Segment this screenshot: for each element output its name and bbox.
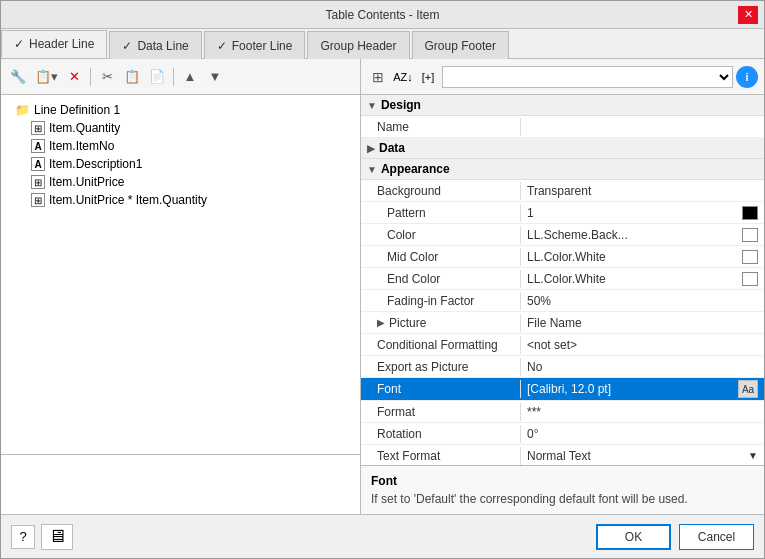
prop-endcolor-label: End Color: [361, 270, 521, 288]
tab-label-footer-line: Footer Line: [232, 39, 293, 53]
tree-item-formula-label: Item.UnitPrice * Item.Quantity: [49, 193, 207, 207]
prop-exportpic-row: Export as Picture No: [361, 356, 764, 378]
tab-header-line[interactable]: ✓ Header Line: [1, 30, 107, 58]
prop-font-row[interactable]: Font [Calibri, 12.0 pt] Aa: [361, 378, 764, 401]
font-aa-button[interactable]: Aa: [738, 380, 758, 398]
prop-rotation-row: Rotation 0°: [361, 423, 764, 445]
tree-item-unitprice[interactable]: ⊞ Item.UnitPrice: [7, 173, 354, 191]
info-button[interactable]: i: [736, 66, 758, 88]
main-window: Table Contents - Item ✕ ✓ Header Line ✓ …: [0, 0, 765, 559]
sort-az-button[interactable]: AZ↓: [392, 66, 414, 88]
close-button[interactable]: ✕: [738, 6, 758, 24]
props-dropdown[interactable]: [442, 66, 733, 88]
text-icon-1: A: [31, 139, 45, 153]
prop-font-label: Font: [361, 380, 521, 398]
tab-label-data-line: Data Line: [137, 39, 188, 53]
prop-picture-label: ▶Picture: [361, 314, 521, 332]
prop-color-value: LL.Scheme.Back...: [521, 226, 764, 244]
tabs-bar: ✓ Header Line ✓ Data Line ✓ Footer Line …: [1, 29, 764, 59]
section-data-label: Data: [379, 141, 405, 155]
section-data[interactable]: ▶ Data: [361, 138, 764, 159]
help-button[interactable]: ?: [11, 525, 35, 549]
left-toolbar: 🔧 📋▾ ✕ ✂ 📋 📄 ▲ ▼: [1, 59, 360, 95]
cancel-button[interactable]: Cancel: [679, 524, 754, 550]
wrench-button[interactable]: 🔧: [7, 66, 29, 88]
sort-categorized-button[interactable]: [+]: [417, 66, 439, 88]
prop-fading-label: Fading-in Factor: [361, 292, 521, 310]
prop-endcolor-row: End Color LL.Color.White: [361, 268, 764, 290]
tab-group-header[interactable]: Group Header: [307, 31, 409, 59]
section-design-label: Design: [381, 98, 421, 112]
monitor-icon: 🖥: [41, 524, 73, 550]
move-up-button[interactable]: ▲: [179, 66, 201, 88]
tree-root[interactable]: 📁 Line Definition 1: [7, 101, 354, 119]
prop-midcolor-value: LL.Color.White: [521, 248, 764, 266]
move-down-button[interactable]: ▼: [204, 66, 226, 88]
prop-exportpic-value: No: [521, 358, 764, 376]
tree-item-quantity[interactable]: ⊞ Item.Quantity: [7, 119, 354, 137]
tree-item-unitprice-label: Item.UnitPrice: [49, 175, 124, 189]
grid-view-button[interactable]: ⊞: [367, 66, 389, 88]
folder-icon: 📁: [15, 103, 30, 117]
tab-check-footer-line: ✓: [217, 39, 227, 53]
pattern-color-box: [742, 206, 758, 220]
title-bar: Table Contents - Item ✕: [1, 1, 764, 29]
tree-item-formula[interactable]: ⊞ Item.UnitPrice * Item.Quantity: [7, 191, 354, 209]
props-area: ▼ Design Name ▶ Data ▼ Appearance: [361, 95, 764, 465]
section-appearance-label: Appearance: [381, 162, 450, 176]
picture-expand-arrow[interactable]: ▶: [377, 317, 385, 328]
prop-format-value: ***: [521, 403, 764, 421]
window-title: Table Contents - Item: [27, 8, 738, 22]
font-info-title: Font: [371, 474, 754, 488]
main-content: 🔧 📋▾ ✕ ✂ 📋 📄 ▲ ▼ 📁 Line Definition 1: [1, 59, 764, 514]
left-panel: 🔧 📋▾ ✕ ✂ 📋 📄 ▲ ▼ 📁 Line Definition 1: [1, 59, 361, 514]
table-icon-2: ⊞: [31, 175, 45, 189]
prop-background-value: Transparent: [521, 182, 764, 200]
textformat-dropdown-arrow: ▼: [748, 450, 758, 461]
tab-footer-line[interactable]: ✓ Footer Line: [204, 31, 306, 59]
font-info-panel: Font If set to 'Default' the correspondi…: [361, 465, 764, 514]
tree-item-itemno[interactable]: A Item.ItemNo: [7, 137, 354, 155]
bottom-right: OK Cancel: [596, 524, 754, 550]
tab-label-group-header: Group Header: [320, 39, 396, 53]
tree-item-itemno-label: Item.ItemNo: [49, 139, 114, 153]
bottom-preview: [1, 454, 360, 514]
section-appearance[interactable]: ▼ Appearance: [361, 159, 764, 180]
prop-format-row: Format ***: [361, 401, 764, 423]
prop-textformat-text: Normal Text: [527, 449, 591, 463]
delete-button[interactable]: ✕: [63, 66, 85, 88]
prop-color-label: Color: [361, 226, 521, 244]
midcolor-color-box: [742, 250, 758, 264]
prop-condformat-value: <not set>: [521, 336, 764, 354]
prop-endcolor-value: LL.Color.White: [521, 270, 764, 288]
prop-pattern-row: Pattern 1: [361, 202, 764, 224]
prop-rotation-value: 0°: [521, 425, 764, 443]
prop-textformat-row: Text Format Normal Text ▼: [361, 445, 764, 465]
paste-button[interactable]: 📄: [146, 66, 168, 88]
prop-background-label: Background: [361, 182, 521, 200]
copy-dropdown-button[interactable]: 📋▾: [32, 66, 60, 88]
prop-background-row: Background Transparent: [361, 180, 764, 202]
prop-picture-row: ▶Picture File Name: [361, 312, 764, 334]
text-icon-2: A: [31, 157, 45, 171]
prop-fading-row: Fading-in Factor 50%: [361, 290, 764, 312]
prop-name-row: Name: [361, 116, 764, 138]
prop-font-text: [Calibri, 12.0 pt]: [527, 382, 611, 396]
table-icon-1: ⊞: [31, 121, 45, 135]
tab-check-data-line: ✓: [122, 39, 132, 53]
tree-item-description[interactable]: A Item.Description1: [7, 155, 354, 173]
endcolor-color-box: [742, 272, 758, 286]
cut-button[interactable]: ✂: [96, 66, 118, 88]
section-design[interactable]: ▼ Design: [361, 95, 764, 116]
tab-check-header-line: ✓: [14, 37, 24, 51]
bottom-bar: ? 🖥 OK Cancel: [1, 514, 764, 558]
ok-button[interactable]: OK: [596, 524, 671, 550]
tab-data-line[interactable]: ✓ Data Line: [109, 31, 201, 59]
prop-format-label: Format: [361, 403, 521, 421]
prop-font-value: [Calibri, 12.0 pt] Aa: [521, 378, 764, 400]
tree-area: 📁 Line Definition 1 ⊞ Item.Quantity A It…: [1, 95, 360, 454]
tab-group-footer[interactable]: Group Footer: [412, 31, 509, 59]
copy-button[interactable]: 📋: [121, 66, 143, 88]
prop-pattern-value: 1: [521, 204, 764, 222]
prop-name-label: Name: [361, 118, 521, 136]
